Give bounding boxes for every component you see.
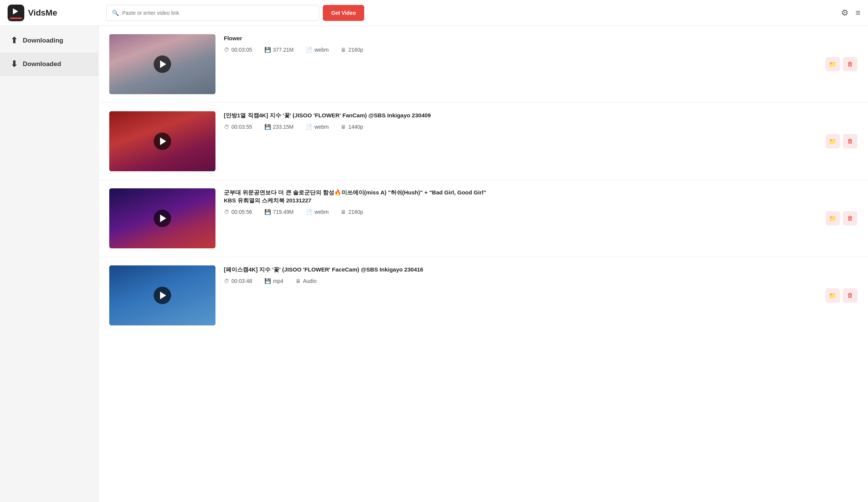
duration-meta: ⏱ 00:03:05 [224,47,252,53]
quality-value: 1440p [348,124,363,130]
get-video-button[interactable]: Get Video [323,5,364,21]
quality-value: 2160p [348,209,363,215]
logo-area: VidsMe [8,5,106,21]
quality-meta: 🖥 2160p [341,47,363,53]
video-item: [안방1열 직캠4K] 지수 '꽃' (JISOO 'FLOWER' FanCa… [99,103,868,180]
sidebar-item-downloaded[interactable]: ⬇ Downloaded [0,52,98,76]
open-folder-button[interactable]: 📁 [826,211,840,226]
duration-value: 00:05:56 [231,209,252,215]
item-actions: 📁 🗑 [826,288,857,303]
open-folder-button[interactable]: 📁 [826,57,840,71]
quality-value: 2160p [348,47,363,53]
app-name: VidsMe [28,8,57,18]
clock-icon: ⏱ [224,47,229,53]
settings-icon[interactable]: ⚙ [841,8,849,18]
video-thumbnail [109,34,215,94]
clock-icon: ⏱ [224,209,229,215]
delete-button[interactable]: 🗑 [843,134,857,148]
play-button[interactable] [154,287,171,304]
open-folder-button[interactable]: 📁 [826,288,840,303]
duration-value: 00:03:05 [231,47,252,53]
file-icon: 📄 [306,47,312,53]
app-logo-icon [8,5,24,21]
video-meta: ⏱ 00:03:48 💾 mp4 🖥 Audio [224,278,817,284]
quality-meta: 🖥 Audio [296,278,317,284]
main-content: Flower ⏱ 00:03:05 💾 377.21M 📄 webm [99,26,868,502]
video-meta: ⏱ 00:03:55 💾 233.15M 📄 webm 🖥 1440p [224,124,817,130]
size-meta: 💾 719.49M [264,209,294,215]
sidebar-item-downloading-label: Downloading [23,37,63,44]
downloaded-icon: ⬇ [11,59,17,69]
search-area: 🔍 Get Video [106,5,364,21]
file-icon: 📄 [306,209,312,215]
format-value: webm [314,209,329,215]
duration-meta: ⏱ 00:05:56 [224,209,252,215]
format-value: webm [314,124,329,130]
duration-meta: ⏱ 00:03:55 [224,124,252,130]
monitor-icon: 🖥 [341,209,346,215]
duration-meta: ⏱ 00:03:48 [224,278,252,284]
format-meta: 📄 webm [306,209,329,215]
size-value: 377.21M [273,47,294,53]
app-body: ⬆ Downloading ⬇ Downloaded Flower ⏱ [0,26,868,502]
sidebar: ⬆ Downloading ⬇ Downloaded [0,26,99,502]
item-actions: 📁 🗑 [826,211,857,226]
video-item: 군부대 위문공연보다 더 큰 솔로군단의 함성🔥미쓰에이(miss A) "허쉬… [99,180,868,257]
hdd-icon: 💾 [264,209,271,215]
hdd-icon: 💾 [264,47,271,53]
quality-value: Audio [303,278,317,284]
size-meta: 💾 233.15M [264,124,294,130]
delete-button[interactable]: 🗑 [843,288,857,303]
video-title: 군부대 위문공연보다 더 큰 솔로군단의 함성🔥미쓰에이(miss A) "허쉬… [224,188,817,204]
play-button[interactable] [154,55,171,73]
play-button[interactable] [154,133,171,150]
duration-value: 00:03:48 [231,278,252,284]
search-box: 🔍 [106,5,319,21]
quality-meta: 🖥 2160p [341,209,363,215]
delete-button[interactable]: 🗑 [843,57,857,71]
monitor-icon: 🖥 [341,124,346,130]
video-thumbnail [109,111,215,171]
video-title: [페이스캠4K] 지수 '꽃' (JISOO 'FLOWER' FaceCam)… [224,265,817,273]
video-meta: ⏱ 00:05:56 💾 719.49M 📄 webm 🖥 2160p [224,209,817,215]
monitor-icon: 🖥 [341,47,346,53]
size-value: 233.15M [273,124,294,130]
video-info: [안방1열 직캠4K] 지수 '꽃' (JISOO 'FLOWER' FanCa… [224,111,817,130]
video-info: [페이스캠4K] 지수 '꽃' (JISOO 'FLOWER' FaceCam)… [224,265,817,284]
video-item: Flower ⏱ 00:03:05 💾 377.21M 📄 webm [99,26,868,103]
duration-value: 00:03:55 [231,124,252,130]
video-thumbnail [109,188,215,248]
file-icon: 📄 [306,124,312,130]
menu-icon[interactable]: ≡ [855,8,860,18]
format-meta: 📄 webm [306,124,329,130]
video-thumbnail [109,265,215,325]
clock-icon: ⏱ [224,124,229,130]
video-info: 군부대 위문공연보다 더 큰 솔로군단의 함성🔥미쓰에이(miss A) "허쉬… [224,188,817,215]
play-button[interactable] [154,210,171,227]
video-title: [안방1열 직캠4K] 지수 '꽃' (JISOO 'FLOWER' FanCa… [224,111,817,119]
hdd-icon: 💾 [264,124,271,130]
item-actions: 📁 🗑 [826,134,857,148]
open-folder-button[interactable]: 📁 [826,134,840,148]
video-info: Flower ⏱ 00:03:05 💾 377.21M 📄 webm [224,34,817,53]
size-value: 719.49M [273,209,294,215]
search-icon: 🔍 [112,9,119,16]
format-value: mp4 [273,278,283,284]
format-meta: 💾 mp4 [264,278,283,284]
app-header: VidsMe 🔍 Get Video ⚙ ≡ [0,0,868,26]
sidebar-item-downloaded-label: Downloaded [23,60,61,68]
quality-meta: 🖥 1440p [341,124,363,130]
header-right: ⚙ ≡ [841,8,860,18]
file-icon: 💾 [264,278,271,284]
format-value: webm [314,47,329,53]
delete-button[interactable]: 🗑 [843,211,857,226]
clock-icon: ⏱ [224,278,229,284]
search-input[interactable] [122,10,313,16]
monitor-icon: 🖥 [296,278,301,284]
sidebar-item-downloading[interactable]: ⬆ Downloading [0,29,98,52]
item-actions: 📁 🗑 [826,57,857,71]
video-item: [페이스캠4K] 지수 '꽃' (JISOO 'FLOWER' FaceCam)… [99,257,868,334]
size-meta: 💾 377.21M [264,47,294,53]
format-meta: 📄 webm [306,47,329,53]
downloading-icon: ⬆ [11,36,17,46]
